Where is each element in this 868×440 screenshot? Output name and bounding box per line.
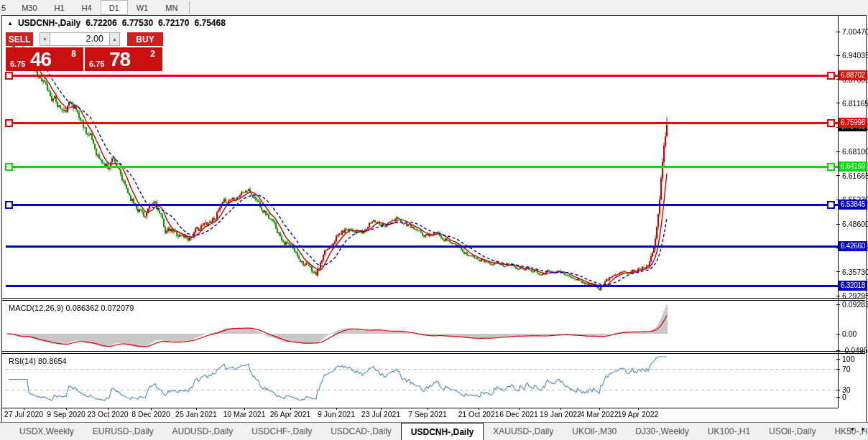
price-axis-tick (836, 103, 840, 103)
bid-quote-button[interactable]: 6.75 46 8 (6, 47, 83, 71)
rsi-axis-tick (836, 390, 840, 390)
symbol-period-label: USDCNH-,Daily (18, 18, 80, 28)
tab-scroll-left-icon[interactable]: ◂ (850, 425, 854, 432)
volume-decrease-button[interactable]: ▼ (40, 32, 50, 46)
toolbar-separator (189, 1, 190, 14)
chart-tab-ukoil-m30[interactable]: UKOil-,M30 (563, 423, 626, 440)
ask-price-major: 6.75 (89, 60, 104, 68)
hline-price-tag: 6.53845 (839, 200, 867, 210)
ohlc-high: 6.77530 (122, 18, 153, 28)
price-axis-tick (836, 175, 840, 176)
timeframe-button-5[interactable]: 5 (0, 0, 13, 15)
chart-tab-audusd-daily[interactable]: AUDUSD-,Daily (162, 423, 242, 440)
macd-pane-splitter[interactable] (2, 298, 865, 301)
date-axis-label: 9 Jun 2021 (318, 410, 355, 418)
hline-right-handle[interactable] (827, 72, 835, 80)
timeframe-button-h4[interactable]: H4 (73, 0, 101, 15)
price-axis-tick (836, 296, 840, 296)
hline-left-handle[interactable] (5, 201, 13, 209)
date-axis-label: 26 Apr 2021 (270, 410, 311, 418)
macd-axis-label: 0.00 (842, 329, 857, 338)
bid-price-pips: 46 (30, 48, 51, 71)
date-axis-label: 23 Oct 2020 (87, 410, 128, 418)
hline[interactable] (6, 122, 838, 124)
date-axis-label: 7 Sep 2021 (408, 410, 447, 418)
macd-axis-tick (836, 334, 840, 334)
timeframe-toolbar: 5M30H1H4D1W1MN (0, 0, 868, 15)
ask-price-pips: 78 (109, 48, 130, 71)
price-axis-tick (836, 271, 840, 272)
hline-right-handle[interactable] (827, 163, 835, 171)
one-click-trading-panel: SELL ▼ 2.00 ▲ BUY 6.75 46 8 6.75 78 2 (6, 32, 163, 71)
price-axis-label: 6.35730 (842, 268, 868, 276)
hline-price-tag: 6.32018 (839, 281, 867, 291)
symbol-tab-bar: USDX,WeeklyEURUSD-,DailyAUDUSD-,DailyUSD… (0, 422, 868, 440)
rsi-axis-label: 0 (842, 393, 846, 401)
timeframe-button-d1[interactable]: D1 (101, 0, 128, 15)
tab-scroll-right-icon[interactable]: ▸ (862, 425, 865, 432)
chart-tab-usdcad-daily[interactable]: USDCAD-,Daily (321, 423, 401, 440)
date-axis-label: 8 Dec 2020 (131, 410, 170, 418)
date-axis-label: 19 Apr 2022 (618, 410, 659, 418)
rsi-pane-splitter[interactable] (2, 351, 865, 354)
price-axis-label: 6.29295 (842, 291, 868, 300)
price-axis-label: 6.61665 (842, 172, 868, 180)
price-axis-tick (836, 55, 840, 56)
chart-tab-eurusd-daily[interactable]: EURUSD-,Daily (83, 423, 163, 440)
chart-tab-usdchf-daily[interactable]: USDCHF-,Daily (242, 423, 321, 440)
chart-tab-xauusd-daily[interactable]: XAUUSD-,Daily (484, 423, 563, 440)
rsi-axis-tick (836, 369, 840, 370)
ohlc-open: 6.72206 (86, 18, 116, 28)
hline-right-handle[interactable] (827, 119, 835, 127)
buy-button[interactable]: BUY (127, 32, 163, 46)
chart-tab-usoil-daily[interactable]: USOil-,Daily (760, 423, 825, 440)
hline-left-handle[interactable] (5, 119, 13, 127)
hline[interactable] (6, 245, 838, 248)
volume-input[interactable]: 2.00 (50, 32, 109, 46)
hline-left-handle[interactable] (5, 72, 13, 80)
hline-right-handle[interactable] (827, 201, 835, 209)
price-axis-label: 6.48600 (842, 220, 868, 228)
date-axis-label: 9 Sep 2020 (47, 410, 86, 418)
triangle-down-icon: ▼ (42, 37, 47, 42)
rsi-axis-label: 70 (842, 365, 851, 373)
hline[interactable] (6, 204, 838, 206)
hline-price-tag: 6.75998 (839, 118, 867, 128)
ohlc-close: 6.75468 (194, 18, 225, 28)
collapse-panel-icon[interactable]: ▲ (7, 20, 13, 27)
timeframe-button-mn[interactable]: MN (157, 0, 186, 15)
ask-quote-button[interactable]: 6.75 78 2 (85, 47, 162, 71)
bid-price-major: 6.75 (10, 60, 25, 68)
chart-title: ▲ USDCNH-,Daily 6.72206 6.77530 6.72170 … (7, 18, 226, 28)
macd-axis-tick (836, 304, 840, 305)
date-axis-label: 21 Oct 2021 (458, 410, 499, 418)
date-axis-label: 4 Mar 2022 (580, 410, 618, 418)
hline-left-handle[interactable] (5, 163, 13, 171)
macd-axis-label: -0.049521 (842, 346, 868, 355)
date-axis-label: 19 Jan 2022 (540, 410, 581, 418)
hline-price-tag: 6.88702 (839, 70, 867, 80)
bid-price-point: 8 (71, 49, 76, 59)
rsi-axis-tick (836, 397, 840, 398)
macd-indicator-label: MACD(12,26,9) 0.086362 0.072079 (9, 304, 134, 312)
timeframe-button-w1[interactable]: W1 (128, 0, 157, 15)
ask-price-point: 2 (150, 49, 155, 59)
chart-tab-usdx-weekly[interactable]: USDX,Weekly (10, 423, 83, 440)
timeframe-button-m30[interactable]: M30 (13, 0, 45, 15)
price-axis-tick (836, 151, 840, 152)
hline[interactable] (6, 285, 838, 287)
rsi-axis-label: 100 (842, 355, 855, 363)
volume-increase-button[interactable]: ▲ (109, 32, 120, 46)
chart-tab-uk100-h1[interactable]: UK100-,H1 (698, 423, 760, 440)
ohlc-low: 6.72170 (158, 18, 189, 28)
date-axis-label: 23 Jul 2021 (361, 410, 400, 418)
price-axis-label: 6.81165 (842, 99, 868, 108)
hline[interactable] (6, 75, 838, 77)
sell-button[interactable]: SELL (6, 32, 33, 46)
hline[interactable] (6, 166, 838, 168)
chart-tab-usdcnh-daily[interactable]: USDCNH-,Daily (401, 423, 484, 440)
chart-tab-dj30-weekly[interactable]: DJ30-,Weekly (626, 423, 698, 440)
rsi-chart-canvas (6, 355, 838, 408)
timeframe-button-h1[interactable]: H1 (46, 0, 73, 15)
hline-price-tag: 6.42660 (839, 241, 867, 251)
